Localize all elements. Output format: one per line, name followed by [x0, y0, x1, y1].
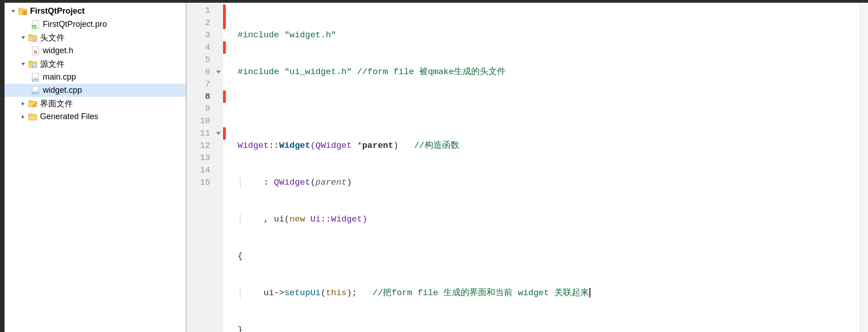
tree-label: main.cpp: [43, 72, 76, 82]
folder-cpp-icon: c++: [28, 60, 37, 69]
tree-file-widget-cpp[interactable]: c++ widget.cpp: [5, 84, 186, 97]
svg-rect-1: [19, 8, 22, 10]
code-area[interactable]: #include "widget.h" #include "ui_widget.…: [226, 3, 860, 332]
tree-label: widget.h: [43, 46, 73, 55]
line-number-gutter: 123456789101112131415: [187, 3, 214, 332]
tree-label: 头文件: [40, 32, 65, 43]
code-editor[interactable]: 123456789101112131415 #include "widget.h…: [187, 3, 868, 332]
text-cursor: [589, 288, 590, 297]
tree-label: 源文件: [40, 59, 65, 70]
svg-text:c++: c++: [32, 91, 38, 95]
svg-rect-24: [29, 101, 32, 102]
tree-folder-generated[interactable]: Generated Files: [5, 110, 186, 123]
vertical-scrollbar[interactable]: [860, 3, 868, 332]
svg-rect-14: [29, 61, 32, 63]
tree-label: Generated Files: [40, 112, 98, 121]
folder-icon: [28, 112, 37, 121]
chevron-down-icon[interactable]: [20, 61, 26, 67]
folder-form-icon: [28, 99, 37, 108]
tree-label: FirstQtProject: [30, 6, 85, 16]
svg-rect-26: [29, 114, 32, 116]
ide-window: FirstQtProject Qt FirstQtProject.pro h 头…: [0, 3, 868, 332]
chevron-right-icon[interactable]: [20, 114, 26, 120]
svg-text:h: h: [34, 50, 37, 55]
tree-project-root[interactable]: FirstQtProject: [5, 5, 186, 18]
svg-rect-8: [29, 35, 32, 36]
svg-point-3: [24, 12, 25, 13]
svg-text:c++: c++: [32, 78, 38, 81]
tree-label: widget.cpp: [43, 86, 82, 95]
tree-file-main-cpp[interactable]: c++ main.cpp: [5, 70, 186, 84]
tree-label: 界面文件: [40, 98, 73, 109]
left-gutter-strip: [0, 3, 5, 332]
tree-file-pro[interactable]: Qt FirstQtProject.pro: [5, 18, 186, 31]
tree-file-widget-h[interactable]: h widget.h: [5, 44, 186, 57]
svg-text:c++: c++: [33, 65, 37, 68]
project-tree[interactable]: FirstQtProject Qt FirstQtProject.pro h 头…: [5, 3, 187, 332]
project-icon: [18, 7, 27, 16]
chevron-down-icon[interactable]: [10, 8, 16, 15]
tree-folder-forms[interactable]: 界面文件: [5, 97, 186, 110]
chevron-right-icon[interactable]: [20, 101, 26, 107]
folder-h-icon: h: [28, 33, 37, 42]
fold-column[interactable]: [214, 3, 223, 332]
h-file-icon: h: [31, 46, 40, 55]
cpp-file-icon: c++: [31, 73, 40, 82]
tree-folder-sources[interactable]: c++ 源文件: [5, 57, 186, 70]
qt-file-icon: Qt: [31, 20, 40, 29]
tree-folder-headers[interactable]: h 头文件: [5, 31, 186, 44]
svg-text:Qt: Qt: [32, 25, 36, 29]
cpp-file-icon: c++: [31, 86, 40, 95]
chevron-down-icon[interactable]: [20, 35, 26, 41]
tree-label: FirstQtProject.pro: [43, 20, 107, 29]
svg-text:h: h: [34, 38, 36, 42]
